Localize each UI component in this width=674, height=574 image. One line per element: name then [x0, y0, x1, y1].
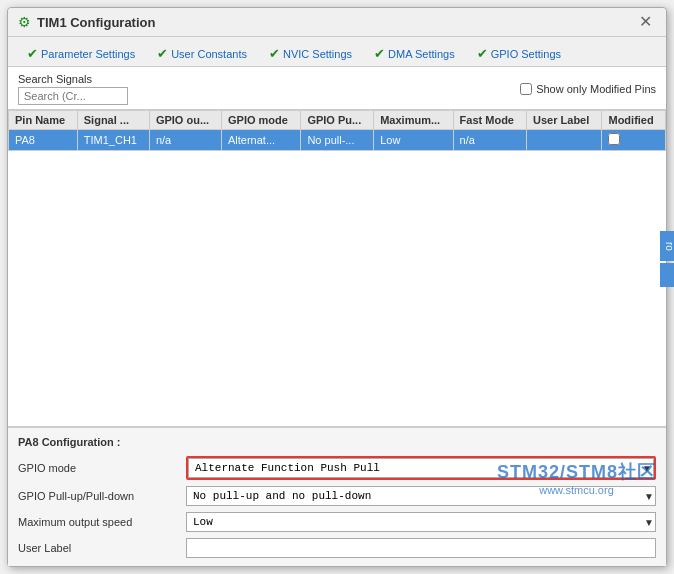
- cell-user-label: [527, 130, 602, 151]
- cell-gpio-mode: Alternat...: [221, 130, 300, 151]
- col-maximum: Maximum...: [374, 111, 453, 130]
- watermark-line2: www.stmcu.org: [497, 484, 656, 496]
- col-signal: Signal ...: [77, 111, 149, 130]
- tab-label: User Constants: [171, 48, 247, 60]
- cell-gpio-pu: No pull-...: [301, 130, 374, 151]
- search-row: Search Signals Show only Modified Pins: [8, 67, 666, 109]
- show-modified-checkbox[interactable]: [520, 83, 532, 95]
- sidebar-button-extra[interactable]: [660, 263, 674, 287]
- tabs-bar: ✔ Parameter Settings ✔ User Constants ✔ …: [8, 37, 666, 67]
- tab-parameter-settings[interactable]: ✔ Parameter Settings: [18, 41, 144, 66]
- tab-label: DMA Settings: [388, 48, 455, 60]
- col-fast-mode: Fast Mode: [453, 111, 526, 130]
- search-input[interactable]: [18, 87, 128, 105]
- tab-check-icon: ✔: [477, 46, 488, 61]
- config-label-user-label: User Label: [18, 542, 178, 554]
- col-user-label: User Label: [527, 111, 602, 130]
- col-gpio-pu: GPIO Pu...: [301, 111, 374, 130]
- col-gpio-out: GPIO ou...: [149, 111, 221, 130]
- top-section: Search Signals Show only Modified Pins P…: [8, 67, 666, 427]
- cell-pin-name: PA8: [9, 130, 78, 151]
- title-bar: ⚙ TIM1 Configuration ✕: [8, 8, 666, 37]
- window-title: TIM1 Configuration: [37, 15, 155, 30]
- search-signals-group: Search Signals: [18, 73, 128, 105]
- max-speed-select-wrapper: Low Medium High Very High ▼: [186, 512, 656, 532]
- close-button[interactable]: ✕: [635, 14, 656, 30]
- cell-gpio-out: n/a: [149, 130, 221, 151]
- config-row-user-label: User Label: [18, 538, 656, 558]
- col-modified: Modified: [602, 111, 666, 130]
- cell-signal: TIM1_CH1: [77, 130, 149, 151]
- tab-check-icon: ✔: [157, 46, 168, 61]
- tab-check-icon: ✔: [374, 46, 385, 61]
- watermark: STM32/STM8社区 www.stmcu.org: [497, 460, 656, 496]
- cell-modified: [602, 130, 666, 151]
- signals-table-container[interactable]: Pin Name Signal ... GPIO ou... GPIO mode…: [8, 109, 666, 426]
- main-window: ⚙ TIM1 Configuration ✕ ✔ Parameter Setti…: [7, 7, 667, 567]
- tab-gpio-settings[interactable]: ✔ GPIO Settings: [468, 41, 570, 66]
- tab-check-icon: ✔: [269, 46, 280, 61]
- sidebar-button-ro[interactable]: ro: [660, 231, 674, 261]
- window-icon: ⚙: [18, 14, 31, 30]
- cell-maximum: Low: [374, 130, 453, 151]
- title-bar-left: ⚙ TIM1 Configuration: [18, 14, 155, 30]
- right-sidebar: ro: [660, 231, 674, 287]
- cell-fast-mode: n/a: [453, 130, 526, 151]
- config-row-max-speed: Maximum output speed Low Medium High Ver…: [18, 512, 656, 532]
- config-label-gpio-mode: GPIO mode: [18, 462, 178, 474]
- signals-table: Pin Name Signal ... GPIO ou... GPIO mode…: [8, 110, 666, 151]
- tab-check-icon: ✔: [27, 46, 38, 61]
- tab-user-constants[interactable]: ✔ User Constants: [148, 41, 256, 66]
- search-signals-label: Search Signals: [18, 73, 128, 85]
- max-speed-select[interactable]: Low Medium High Very High: [186, 512, 656, 532]
- config-title: PA8 Configuration :: [18, 436, 656, 448]
- watermark-line1: STM32/STM8社区: [497, 460, 656, 484]
- config-label-max-speed: Maximum output speed: [18, 516, 178, 528]
- config-label-gpio-pu: GPIO Pull-up/Pull-down: [18, 490, 178, 502]
- tab-label: GPIO Settings: [491, 48, 561, 60]
- tab-label: NVIC Settings: [283, 48, 352, 60]
- tab-nvic-settings[interactable]: ✔ NVIC Settings: [260, 41, 361, 66]
- table-header-row: Pin Name Signal ... GPIO ou... GPIO mode…: [9, 111, 666, 130]
- col-gpio-mode: GPIO mode: [221, 111, 300, 130]
- tab-dma-settings[interactable]: ✔ DMA Settings: [365, 41, 464, 66]
- user-label-input[interactable]: [186, 538, 656, 558]
- col-pin-name: Pin Name: [9, 111, 78, 130]
- table-row[interactable]: PA8 TIM1_CH1 n/a Alternat... No pull-...…: [9, 130, 666, 151]
- show-modified-label: Show only Modified Pins: [536, 83, 656, 95]
- bottom-section: PA8 Configuration : GPIO mode Alternate …: [8, 427, 666, 566]
- tab-label: Parameter Settings: [41, 48, 135, 60]
- show-modified-row: Show only Modified Pins: [520, 83, 656, 95]
